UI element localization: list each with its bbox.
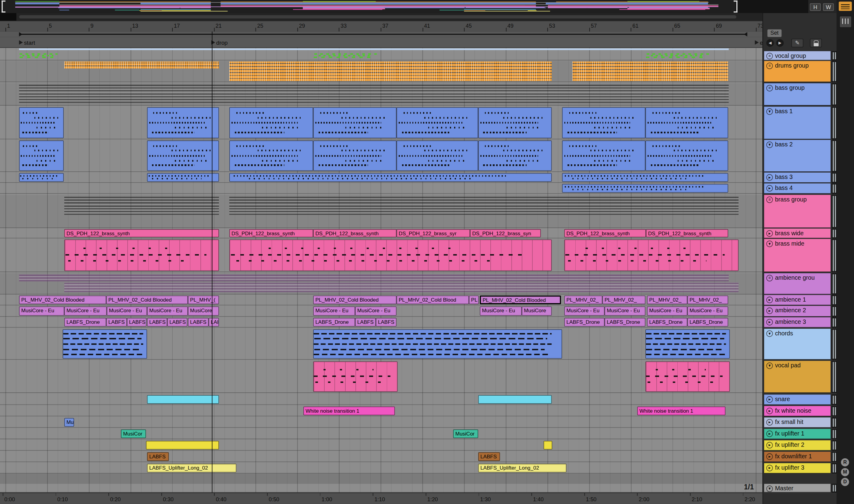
clip[interactable] [397,140,478,171]
clip[interactable] [147,140,219,171]
clip[interactable] [229,204,738,215]
track-fold-icon[interactable]: = [766,275,773,281]
clip[interactable]: MusiCore [522,306,552,316]
clip[interactable]: MusiCor [121,429,146,438]
clip[interactable]: DS_PDH_122_brass_synth [313,229,397,237]
clip[interactable]: LABFS [106,318,127,327]
clip[interactable]: LABFS_Drone [313,318,355,327]
track-fold-icon[interactable]: ▾ [766,330,773,337]
clip[interactable]: PL_MHV_02_Cold Blooded [19,295,106,304]
clip[interactable]: MusiCor [453,429,478,438]
horizontal-scroll-strip[interactable] [0,13,763,21]
clip[interactable]: White noise transition 1 [303,407,395,415]
track-header-fx-white-noise[interactable]: ▸fx white noise [764,406,831,416]
track-header-bass-1[interactable]: ▾bass 1 [764,107,831,139]
clip[interactable] [19,92,729,103]
track-fold-icon[interactable]: ▸ [766,319,773,325]
track-header-fx-downlifter-1[interactable]: ▸fx downlifter 1 [764,452,831,462]
track-lane-snare[interactable] [0,394,763,405]
clip[interactable] [64,283,738,292]
clip[interactable]: LABFS [188,318,209,327]
clip[interactable] [313,361,398,392]
clip[interactable] [229,61,552,81]
time-ruler[interactable]: 0:000:100:200:300:400:501:001:101:201:30… [0,492,763,504]
track-fold-icon[interactable]: ▸ [766,419,773,426]
clip[interactable] [19,274,729,281]
track-header-vocal-pad[interactable]: ▾vocal pad [764,361,831,393]
track-lane-master[interactable] [0,484,763,493]
clip[interactable]: LABFS_Drone [605,318,645,327]
clip[interactable] [572,61,728,81]
track-fold-icon[interactable]: ▸ [766,297,773,303]
overview-right-bracket-icon[interactable] [734,1,738,13]
clip[interactable]: LABFS [127,318,146,327]
track-header-master[interactable]: ▾Master [764,484,831,493]
track-lane-bass-4[interactable] [0,183,763,194]
track-header-fx-uplifter-1[interactable]: ▸fx uplifter 1 [764,429,831,439]
clip[interactable]: LABFS [376,318,397,327]
clip[interactable]: Mu [64,418,74,427]
clip[interactable] [544,441,553,450]
track-fold-icon[interactable]: ▸ [766,431,773,437]
track-header-bass-group[interactable]: =bass group [764,84,831,106]
clip[interactable]: MusiCore [188,306,219,316]
clip[interactable]: PL_MHV_02_Cold Blooded [480,295,561,304]
clip[interactable] [229,140,313,171]
clip[interactable] [229,196,738,204]
track-lane-fx-small-hit[interactable]: Mu [0,417,763,428]
rail-button-d[interactable]: D [841,478,849,486]
track-fold-icon[interactable]: ▾ [766,485,773,492]
clip[interactable]: MusiCore - Eu [107,306,147,316]
clip[interactable]: MusiCore - Eu [147,306,188,316]
horizontal-scrollbar[interactable] [19,15,736,19]
clip[interactable] [19,52,64,59]
clip[interactable]: MusiCore - Eu [19,306,64,316]
clip[interactable]: LABFS_Drone [564,318,605,327]
clip[interactable] [19,140,64,171]
clip[interactable] [64,239,219,271]
clip[interactable] [564,239,738,271]
clip[interactable] [562,107,645,138]
locator-row[interactable]: startdroper [0,37,763,48]
clip[interactable]: LABFS [147,318,167,327]
clip[interactable]: MusiCore - Eu [564,306,605,316]
track-lane-bass-group[interactable] [0,84,763,106]
track-lane-chords[interactable] [0,329,763,360]
clip[interactable]: PL_MHV_02_ [687,295,728,304]
track-header-brass-mide[interactable]: ▾brass mide [764,239,831,272]
clip[interactable]: PL_MHV_02_ [647,295,687,304]
clip[interactable]: LABFS_Drone [64,318,106,327]
locator-flag[interactable]: start [19,39,35,46]
track-fold-icon[interactable]: ▸ [766,230,773,236]
next-locator-button[interactable]: ▶ [776,39,784,47]
clip[interactable] [64,61,219,69]
clip[interactable] [313,140,397,171]
track-lane-brass-mide[interactable] [0,239,763,272]
track-fold-icon[interactable]: ▸ [766,396,773,403]
clip[interactable]: LABFS_Drone [647,318,687,327]
clip[interactable] [64,196,219,204]
clip[interactable] [478,395,552,404]
track-lane-bass-2[interactable] [0,140,763,172]
clip[interactable]: DS_PDH_122_brass_syr [397,229,470,237]
clip[interactable]: PL_MHV_( [188,295,219,304]
track-lane-fx-uplifter-1[interactable]: MusiCorMusiCor [0,429,763,439]
clip[interactable]: LABFS [355,318,376,327]
track-fold-icon[interactable]: ▾ [766,108,773,115]
loop-brace[interactable] [19,34,747,35]
clip[interactable] [645,361,730,392]
clip[interactable] [645,140,728,171]
track-lane-bass-3[interactable] [0,173,763,183]
track-fold-icon[interactable]: = [766,197,773,203]
track-header-fx-small-hit[interactable]: ▸fx small hit [764,417,831,428]
track-lane-fx-downlifter-1[interactable]: LABFSLABFS [0,452,763,462]
previous-locator-button[interactable]: ◀ [766,39,774,47]
clip[interactable]: PL [469,295,479,304]
clip[interactable]: DS_PDH_122_brass_synth [64,229,219,237]
clip[interactable] [229,173,552,182]
clip[interactable] [313,107,397,138]
clip[interactable] [64,204,219,215]
clip[interactable] [562,173,728,182]
bar-ruler[interactable]: 15913172125293337414549535761656973 [0,21,763,32]
clip[interactable]: LABFS [147,452,169,461]
